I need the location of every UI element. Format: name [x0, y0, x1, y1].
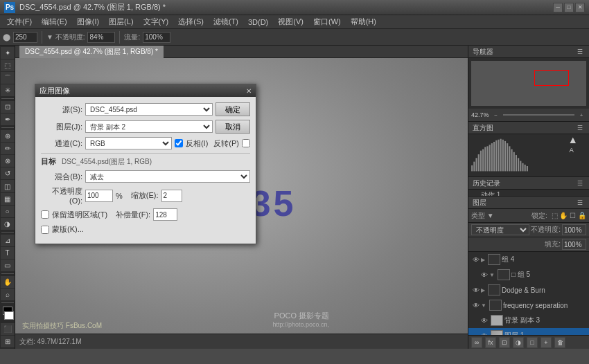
shape-tool[interactable]: ▭ [1, 260, 15, 271]
add-adjustment-button[interactable]: ◑ [513, 337, 524, 348]
canvas-status-text: 文档: 49.7M/127.1M [19, 337, 81, 347]
menu-item[interactable]: 视图(V) [274, 15, 308, 28]
reflect-checkbox[interactable] [242, 139, 250, 147]
navigator-menu-icon[interactable]: ☰ [575, 47, 585, 57]
layer-item[interactable]: 👁图层 1 [468, 328, 589, 335]
menu-item[interactable]: 选择(S) [174, 15, 208, 28]
channel-select[interactable]: RGB [85, 137, 172, 149]
move-tool[interactable]: ✦ [1, 47, 15, 59]
spot-heal-tool[interactable]: ⊕ [1, 130, 15, 142]
layer-fold-icon[interactable]: ▼ [481, 302, 486, 309]
layer-item[interactable]: 👁▶Dodge & Burn [468, 282, 589, 298]
brush-tool[interactable]: ✏ [1, 143, 15, 154]
canvas-area: DSC_4554.psd @ 42.7% (图层 1, RGB/8) * 686… [15, 46, 468, 349]
gradient-tool[interactable]: ▦ [1, 193, 15, 205]
svg-rect-18 [511, 149, 513, 172]
layer-item[interactable]: 👁▼□ 组 5 [468, 267, 589, 282]
layer-visibility-toggle[interactable]: 👁 [471, 285, 481, 295]
mixing-label: 混合(B): [41, 172, 82, 182]
layer-visibility-toggle[interactable]: 👁 [471, 255, 481, 264]
menu-item[interactable]: 文字(Y) [139, 15, 173, 28]
layer-item[interactable]: 👁背景 副本 3 [468, 313, 589, 328]
layer-item[interactable]: 👁▶组 4 [468, 252, 589, 267]
history-item[interactable]: 动作 1 [468, 190, 589, 196]
add-mask-button[interactable]: ⊡ [499, 337, 510, 348]
delete-layer-button[interactable]: 🗑 [554, 337, 565, 348]
add-fx-button[interactable]: fx [485, 337, 496, 348]
menu-item[interactable]: 窗口(W) [309, 15, 345, 28]
opacity-row: 不透明度(O): % 缩放(E): [41, 186, 250, 205]
add-layer-button[interactable]: + [540, 337, 552, 348]
invert-checkbox[interactable] [175, 139, 183, 147]
maximize-button[interactable]: □ [564, 3, 574, 12]
select-tool[interactable]: ⬚ [1, 60, 15, 71]
menu-item[interactable]: 图像(I) [73, 15, 103, 28]
histogram-menu-icon[interactable]: ☰ [575, 123, 585, 133]
zoom-in-icon[interactable]: + [577, 110, 586, 120]
magic-wand-tool[interactable]: ✳ [1, 84, 15, 96]
layers-menu-icon[interactable]: ☰ [575, 198, 585, 208]
canvas-tab-label[interactable]: DSC_4554.psd @ 42.7% (图层 1, RGB/8) * [19, 46, 164, 58]
dialog-close-button[interactable]: ✕ [246, 87, 252, 95]
preserve-transparency-checkbox[interactable] [41, 210, 49, 219]
svg-rect-25 [527, 166, 528, 171]
opacity-input[interactable] [87, 32, 115, 43]
menu-item[interactable]: 编辑(E) [37, 15, 71, 28]
layers-blend-mode-select[interactable]: 不透明度 [471, 224, 529, 235]
canvas-tab[interactable]: DSC_4554.psd @ 42.7% (图层 1, RGB/8) * [15, 46, 468, 58]
mask-checkbox[interactable] [41, 226, 49, 234]
mixing-select[interactable]: 减去 [85, 170, 250, 183]
layer-visibility-toggle[interactable]: 👁 [471, 300, 481, 310]
history-brush-tool[interactable]: ↺ [1, 167, 15, 179]
pen-tool[interactable]: ⊿ [1, 235, 15, 246]
bg-color[interactable] [4, 311, 14, 320]
eraser-tool[interactable]: ◫ [1, 180, 15, 192]
tool-sep-2 [1, 127, 14, 128]
clone-stamp-tool[interactable]: ⊗ [1, 155, 15, 167]
compensate-input[interactable] [153, 208, 177, 221]
quick-mask[interactable]: ⬛ [1, 323, 15, 335]
layer-fold-icon[interactable]: ▶ [481, 287, 485, 293]
zoom-out-icon[interactable]: − [491, 110, 501, 120]
navigator-zoom-slider[interactable] [503, 114, 574, 116]
layer-fold-icon[interactable]: ▶ [481, 257, 485, 263]
layer-item[interactable]: 👁▼frequency separation [468, 298, 589, 313]
brush-size-input[interactable] [13, 32, 37, 43]
blur-tool[interactable]: ○ [1, 206, 15, 217]
menu-item[interactable]: 帮助(H) [346, 15, 380, 28]
lasso-tool[interactable]: ⌒ [1, 72, 15, 84]
source-select[interactable]: DSC_4554.psd [85, 103, 213, 116]
menu-item[interactable]: 滤镜(T) [209, 15, 243, 28]
minimize-button[interactable]: ─ [553, 3, 563, 12]
navigator-panel-header: 导航器 ☰ [468, 46, 589, 58]
text-tool[interactable]: T [1, 247, 15, 259]
crop-tool[interactable]: ⊡ [1, 101, 15, 113]
dodge-tool[interactable]: ◑ [1, 218, 15, 230]
menu-item[interactable]: 3D(D) [244, 17, 272, 28]
ok-button[interactable]: 确定 [216, 102, 250, 116]
layers-panel-header: 图层 ☰ [468, 197, 589, 209]
add-link-button[interactable]: ∞ [471, 337, 482, 348]
scale-input[interactable] [161, 190, 182, 202]
layers-fill-input[interactable] [562, 239, 586, 250]
menu-item[interactable]: 文件(F) [3, 15, 36, 28]
hand-tool[interactable]: ✋ [1, 276, 15, 288]
opacity-input[interactable] [85, 190, 113, 202]
cancel-button[interactable]: 取消 [216, 120, 250, 134]
add-group-button[interactable]: □ [527, 337, 538, 348]
zoom-tool[interactable]: ⌕ [1, 289, 15, 300]
history-menu-icon[interactable]: ☰ [575, 179, 585, 188]
eyedropper-tool[interactable]: ✒ [1, 113, 15, 125]
history-list: 动作 1胶片schaifauto1autoskin color1复制 当前 图层… [468, 190, 589, 196]
dialog-title-bar[interactable]: 应用图像 ✕ [35, 84, 256, 97]
layer-visibility-toggle[interactable]: 👁 [480, 270, 489, 280]
layer-visibility-toggle[interactable]: 👁 [480, 316, 489, 325]
layer-fold-icon[interactable]: ▼ [489, 272, 495, 278]
menu-item[interactable]: 图层(L) [105, 15, 137, 28]
close-button[interactable]: ✕ [575, 3, 585, 12]
channel-row: 通道(C): RGB 反相(I) 反转(P) [41, 137, 250, 149]
flow-input[interactable] [143, 32, 170, 43]
screen-mode[interactable]: ⊞ [1, 336, 15, 347]
layers-opacity-input[interactable] [562, 224, 586, 235]
layer-select[interactable]: 背景 副本 2 [85, 120, 213, 133]
